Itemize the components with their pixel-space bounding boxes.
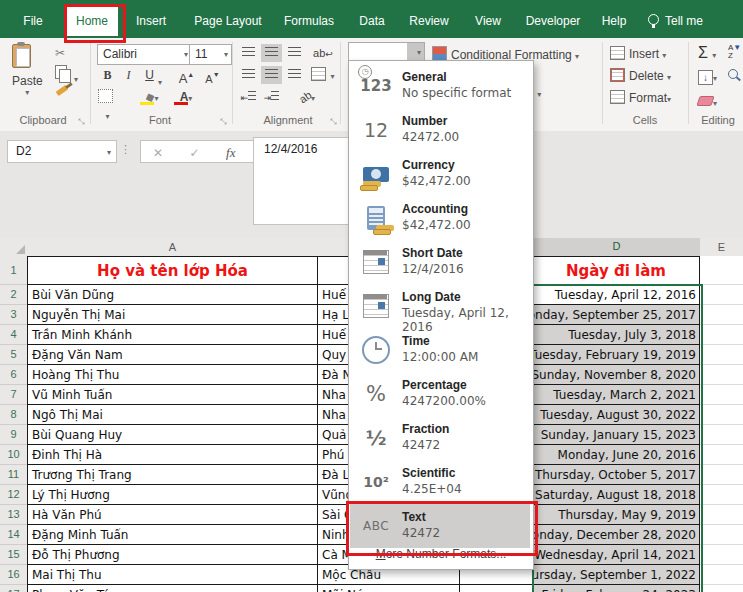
cut-button[interactable]: ✂ <box>55 46 65 60</box>
column-header-D[interactable]: D <box>533 238 701 258</box>
cell-E6[interactable] <box>700 365 743 385</box>
autosum-button[interactable]: Σ ▾ <box>698 44 716 62</box>
row-header-10[interactable]: 10 <box>0 445 28 465</box>
copy-chevron-icon[interactable]: ▾ <box>74 68 78 86</box>
font-size-combo[interactable]: 11▾ <box>189 44 232 65</box>
cell-D12[interactable]: Saturday, August 18, 2018 <box>533 485 700 505</box>
wrap-text-button[interactable]: ab↩ <box>310 44 336 62</box>
cell-A17[interactable]: Phạm Văn Tú <box>27 585 318 592</box>
fill-color-button[interactable]: ◆▾ <box>138 88 166 106</box>
row-header-17[interactable]: 17 <box>0 585 28 592</box>
enter-button[interactable]: ✓ <box>190 146 200 160</box>
menu-item-short-date[interactable]: Short Date12/4/2016 <box>350 240 530 284</box>
sort-filter-button[interactable]: A▼Z <box>728 44 741 60</box>
cell-E15[interactable] <box>700 545 743 565</box>
cell-E7[interactable] <box>700 385 743 405</box>
copy-button[interactable] <box>55 65 67 79</box>
format-painter-button[interactable] <box>56 88 68 93</box>
cell-D3[interactable]: Monday, September 25, 2017 <box>533 305 700 325</box>
cell-D17[interactable]: Friday, February 24, 2023 <box>533 585 700 592</box>
select-all-corner[interactable] <box>0 238 28 257</box>
cell-C17[interactable] <box>460 585 533 592</box>
fill-button[interactable]: ↓▾ <box>698 67 717 85</box>
cell-D11[interactable]: Thursday, October 5, 2017 <box>533 465 700 485</box>
cell-D10[interactable]: Monday, June 20, 2016 <box>533 445 700 465</box>
cell-D14[interactable]: Monday, December 28, 2020 <box>533 525 700 545</box>
cell-A2[interactable]: Bùi Văn Dũng <box>27 285 318 305</box>
cell-A5[interactable]: Đặng Văn Nam <box>27 345 318 365</box>
cell-A3[interactable]: Nguyễn Thị Mai <box>27 305 318 325</box>
insert-cells-button[interactable]: Insert ▾ <box>610 46 666 61</box>
cell-A4[interactable]: Trần Minh Khánh <box>27 325 318 345</box>
cell-E3[interactable] <box>700 305 743 325</box>
cell-E16[interactable] <box>700 565 743 585</box>
cell-B17[interactable]: Mũi Né <box>318 585 460 592</box>
column-header-E[interactable]: E <box>700 238 743 257</box>
row-header-2[interactable]: 2 <box>0 285 28 305</box>
cell-D7[interactable]: Tuesday, March 2, 2021 <box>533 385 700 405</box>
cell-A10[interactable]: Đinh Thị Hà <box>27 445 318 465</box>
row-header-5[interactable]: 5 <box>0 345 28 365</box>
decrease-font-button[interactable]: A▼ <box>202 66 223 84</box>
increase-font-button[interactable]: A▲ <box>176 66 197 84</box>
cell-D6[interactable]: Sunday, November 8, 2020 <box>533 365 700 385</box>
tab-page-layout[interactable]: Page Layout <box>188 8 268 34</box>
row-header-11[interactable]: 11 <box>0 465 28 485</box>
menu-item-long-date[interactable]: Long DateTuesday, April 12, 2016 <box>350 284 530 328</box>
font-color-button[interactable]: A▾ <box>172 88 200 106</box>
tab-insert[interactable]: Insert <box>128 8 174 34</box>
menu-item-number[interactable]: 12Number42472.00 <box>350 108 530 152</box>
column-header-A[interactable]: A <box>27 238 319 257</box>
row-header-12[interactable]: 12 <box>0 485 28 505</box>
cell-D5[interactable]: Tuesday, February 19, 2019 <box>533 345 700 365</box>
bold-button[interactable]: B <box>97 66 118 84</box>
menu-item-accounting[interactable]: Accounting$42,472.00 <box>350 196 530 240</box>
cell-E12[interactable] <box>700 485 743 505</box>
borders-button[interactable]: ▾ <box>97 88 118 106</box>
underline-chevron-icon[interactable]: ▾ <box>158 71 162 89</box>
insert-function-button[interactable]: fx <box>226 145 235 160</box>
cell-E2[interactable] <box>700 285 743 305</box>
cell-E10[interactable] <box>700 445 743 465</box>
tab-developer[interactable]: Developer <box>520 8 586 34</box>
row-header-4[interactable]: 4 <box>0 325 28 345</box>
cell-D9[interactable]: Sunday, January 15, 2023 <box>533 425 700 445</box>
cell-E1[interactable] <box>700 256 743 285</box>
tab-help[interactable]: Help <box>596 8 632 34</box>
cancel-button[interactable]: ✕ <box>153 146 163 160</box>
menu-item-general[interactable]: ◷123GeneralNo specific format <box>350 64 530 108</box>
italic-button[interactable]: I <box>118 66 139 84</box>
row-header-15[interactable]: 15 <box>0 545 28 565</box>
format-cells-button[interactable]: Format▾ <box>610 90 671 105</box>
row-header-1[interactable]: 1 <box>0 256 28 285</box>
menu-item-scientific[interactable]: 10²Scientific4.25E+04 <box>350 460 530 504</box>
row-header-13[interactable]: 13 <box>0 505 28 525</box>
tab-view[interactable]: View <box>468 8 508 34</box>
delete-cells-button[interactable]: Delete ▾ <box>610 68 671 83</box>
align-right-button[interactable] <box>284 66 305 84</box>
row-header-6[interactable]: 6 <box>0 365 28 385</box>
alignment-dialog-launcher[interactable]: ⤡ <box>330 117 336 127</box>
cell-E13[interactable] <box>700 505 743 525</box>
cell-A6[interactable]: Hoàng Thị Thu <box>27 365 318 385</box>
font-family-combo[interactable]: Calibri▾ <box>97 44 192 65</box>
cell-D2[interactable]: Tuesday, April 12, 2016 <box>533 285 700 305</box>
cell-A15[interactable]: Đỗ Thị Phương <box>27 545 318 565</box>
tab-review[interactable]: Review <box>404 8 454 34</box>
cell-E11[interactable] <box>700 465 743 485</box>
font-dialog-launcher[interactable]: ⤡ <box>220 117 226 127</box>
align-center-button[interactable] <box>261 66 282 84</box>
cell-A16[interactable]: Mai Thị Thu <box>27 565 318 585</box>
underline-button[interactable]: U <box>139 66 160 84</box>
cell-E14[interactable] <box>700 525 743 545</box>
cell-A13[interactable]: Hà Văn Phú <box>27 505 318 525</box>
name-box[interactable]: D2 ▾ <box>7 140 117 163</box>
more-number-formats[interactable]: More Number Formats... <box>349 547 533 561</box>
paste-button[interactable]: Paste ▾ <box>12 44 43 97</box>
align-left-button[interactable] <box>238 66 259 84</box>
cell-E17[interactable] <box>700 585 743 592</box>
clipboard-dialog-launcher[interactable]: ⤡ <box>78 117 84 127</box>
cell-D13[interactable]: Thursday, May 9, 2019 <box>533 505 700 525</box>
cell-E4[interactable] <box>700 325 743 345</box>
cell-A8[interactable]: Ngô Thị Mai <box>27 405 318 425</box>
